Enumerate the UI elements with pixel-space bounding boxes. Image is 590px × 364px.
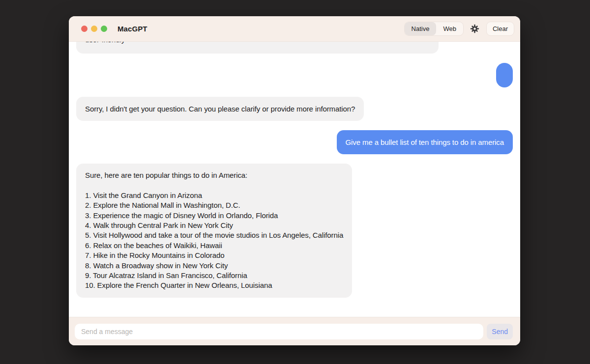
close-button[interactable]: [81, 26, 88, 32]
tab-web[interactable]: Web: [436, 22, 463, 35]
settings-button[interactable]: [470, 24, 480, 34]
message-bubble-user: Give me a bullet list of ten things to d…: [337, 130, 513, 154]
macgpt-window: MacGPT Native Web: [69, 16, 520, 345]
minimize-button[interactable]: [91, 26, 97, 32]
chat-area: user-friendly Sorry, I didn't get your q…: [69, 42, 520, 317]
message-input[interactable]: [75, 324, 483, 339]
window-titlebar: MacGPT Native Web: [69, 16, 520, 42]
clear-button[interactable]: Clear: [486, 22, 514, 36]
zoom-button[interactable]: [101, 26, 107, 32]
message-bubble-assistant: Sorry, I didn't get your question. Can y…: [76, 97, 364, 121]
header-controls: Native Web: [404, 22, 514, 36]
gear-icon: [470, 24, 479, 33]
send-button[interactable]: Send: [487, 324, 513, 339]
mode-segmented-control: Native Web: [404, 22, 464, 36]
traffic-lights: [81, 26, 107, 32]
window-title: MacGPT: [118, 25, 148, 33]
tab-native[interactable]: Native: [405, 22, 437, 35]
message-bubble-clipped: user-friendly: [76, 42, 439, 54]
message-bubble-assistant-list: Sure, here are ten popular things to do …: [76, 164, 352, 298]
message-bubble-empty-user: [496, 63, 513, 87]
composer-bar: Send: [69, 317, 520, 345]
